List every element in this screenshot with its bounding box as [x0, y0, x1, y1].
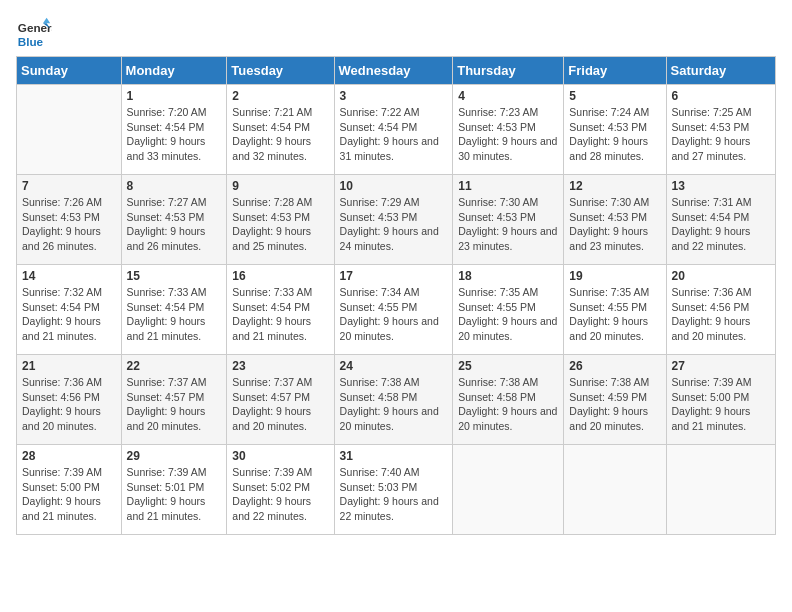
day-info: Sunrise: 7:34 AMSunset: 4:55 PMDaylight:… — [340, 285, 448, 344]
calendar-cell: 31 Sunrise: 7:40 AMSunset: 5:03 PMDaylig… — [334, 445, 453, 535]
day-number: 12 — [569, 179, 660, 193]
day-number: 15 — [127, 269, 222, 283]
header-tuesday: Tuesday — [227, 57, 334, 85]
day-number: 20 — [672, 269, 770, 283]
calendar-cell: 21 Sunrise: 7:36 AMSunset: 4:56 PMDaylig… — [17, 355, 122, 445]
calendar-cell: 18 Sunrise: 7:35 AMSunset: 4:55 PMDaylig… — [453, 265, 564, 355]
day-number: 14 — [22, 269, 116, 283]
day-info: Sunrise: 7:38 AMSunset: 4:58 PMDaylight:… — [458, 375, 558, 434]
calendar-body: 1 Sunrise: 7:20 AMSunset: 4:54 PMDayligh… — [17, 85, 776, 535]
calendar-cell: 16 Sunrise: 7:33 AMSunset: 4:54 PMDaylig… — [227, 265, 334, 355]
day-info: Sunrise: 7:33 AMSunset: 4:54 PMDaylight:… — [127, 285, 222, 344]
week-row-1: 1 Sunrise: 7:20 AMSunset: 4:54 PMDayligh… — [17, 85, 776, 175]
day-info: Sunrise: 7:22 AMSunset: 4:54 PMDaylight:… — [340, 105, 448, 164]
calendar-cell: 4 Sunrise: 7:23 AMSunset: 4:53 PMDayligh… — [453, 85, 564, 175]
calendar-cell — [453, 445, 564, 535]
calendar-cell — [17, 85, 122, 175]
calendar-table: SundayMondayTuesdayWednesdayThursdayFrid… — [16, 56, 776, 535]
calendar-cell: 20 Sunrise: 7:36 AMSunset: 4:56 PMDaylig… — [666, 265, 775, 355]
calendar-cell: 8 Sunrise: 7:27 AMSunset: 4:53 PMDayligh… — [121, 175, 227, 265]
week-row-2: 7 Sunrise: 7:26 AMSunset: 4:53 PMDayligh… — [17, 175, 776, 265]
day-number: 21 — [22, 359, 116, 373]
day-number: 30 — [232, 449, 328, 463]
calendar-cell: 15 Sunrise: 7:33 AMSunset: 4:54 PMDaylig… — [121, 265, 227, 355]
day-info: Sunrise: 7:39 AMSunset: 5:00 PMDaylight:… — [22, 465, 116, 524]
day-number: 23 — [232, 359, 328, 373]
calendar-cell: 12 Sunrise: 7:30 AMSunset: 4:53 PMDaylig… — [564, 175, 666, 265]
day-number: 29 — [127, 449, 222, 463]
day-number: 2 — [232, 89, 328, 103]
day-info: Sunrise: 7:31 AMSunset: 4:54 PMDaylight:… — [672, 195, 770, 254]
day-number: 4 — [458, 89, 558, 103]
day-info: Sunrise: 7:37 AMSunset: 4:57 PMDaylight:… — [127, 375, 222, 434]
day-number: 10 — [340, 179, 448, 193]
week-row-5: 28 Sunrise: 7:39 AMSunset: 5:00 PMDaylig… — [17, 445, 776, 535]
calendar-cell: 10 Sunrise: 7:29 AMSunset: 4:53 PMDaylig… — [334, 175, 453, 265]
day-info: Sunrise: 7:30 AMSunset: 4:53 PMDaylight:… — [569, 195, 660, 254]
day-info: Sunrise: 7:33 AMSunset: 4:54 PMDaylight:… — [232, 285, 328, 344]
week-row-3: 14 Sunrise: 7:32 AMSunset: 4:54 PMDaylig… — [17, 265, 776, 355]
calendar-cell: 17 Sunrise: 7:34 AMSunset: 4:55 PMDaylig… — [334, 265, 453, 355]
day-number: 18 — [458, 269, 558, 283]
day-info: Sunrise: 7:40 AMSunset: 5:03 PMDaylight:… — [340, 465, 448, 524]
page-header: General Blue — [16, 16, 776, 52]
day-info: Sunrise: 7:32 AMSunset: 4:54 PMDaylight:… — [22, 285, 116, 344]
day-info: Sunrise: 7:20 AMSunset: 4:54 PMDaylight:… — [127, 105, 222, 164]
day-number: 3 — [340, 89, 448, 103]
svg-text:Blue: Blue — [18, 35, 44, 48]
day-info: Sunrise: 7:35 AMSunset: 4:55 PMDaylight:… — [569, 285, 660, 344]
day-number: 9 — [232, 179, 328, 193]
calendar-cell: 3 Sunrise: 7:22 AMSunset: 4:54 PMDayligh… — [334, 85, 453, 175]
day-number: 26 — [569, 359, 660, 373]
header-wednesday: Wednesday — [334, 57, 453, 85]
calendar-cell: 23 Sunrise: 7:37 AMSunset: 4:57 PMDaylig… — [227, 355, 334, 445]
calendar-cell: 7 Sunrise: 7:26 AMSunset: 4:53 PMDayligh… — [17, 175, 122, 265]
header-monday: Monday — [121, 57, 227, 85]
day-number: 6 — [672, 89, 770, 103]
day-number: 1 — [127, 89, 222, 103]
day-number: 19 — [569, 269, 660, 283]
header-friday: Friday — [564, 57, 666, 85]
calendar-cell: 6 Sunrise: 7:25 AMSunset: 4:53 PMDayligh… — [666, 85, 775, 175]
calendar-cell: 29 Sunrise: 7:39 AMSunset: 5:01 PMDaylig… — [121, 445, 227, 535]
day-info: Sunrise: 7:30 AMSunset: 4:53 PMDaylight:… — [458, 195, 558, 254]
calendar-cell — [666, 445, 775, 535]
calendar-cell: 2 Sunrise: 7:21 AMSunset: 4:54 PMDayligh… — [227, 85, 334, 175]
day-info: Sunrise: 7:39 AMSunset: 5:01 PMDaylight:… — [127, 465, 222, 524]
day-number: 13 — [672, 179, 770, 193]
day-info: Sunrise: 7:37 AMSunset: 4:57 PMDaylight:… — [232, 375, 328, 434]
day-number: 28 — [22, 449, 116, 463]
day-info: Sunrise: 7:25 AMSunset: 4:53 PMDaylight:… — [672, 105, 770, 164]
day-number: 5 — [569, 89, 660, 103]
header-sunday: Sunday — [17, 57, 122, 85]
header-saturday: Saturday — [666, 57, 775, 85]
day-info: Sunrise: 7:36 AMSunset: 4:56 PMDaylight:… — [22, 375, 116, 434]
header-thursday: Thursday — [453, 57, 564, 85]
day-number: 17 — [340, 269, 448, 283]
day-info: Sunrise: 7:21 AMSunset: 4:54 PMDaylight:… — [232, 105, 328, 164]
day-number: 16 — [232, 269, 328, 283]
day-info: Sunrise: 7:23 AMSunset: 4:53 PMDaylight:… — [458, 105, 558, 164]
day-info: Sunrise: 7:38 AMSunset: 4:59 PMDaylight:… — [569, 375, 660, 434]
calendar-cell: 27 Sunrise: 7:39 AMSunset: 5:00 PMDaylig… — [666, 355, 775, 445]
day-number: 8 — [127, 179, 222, 193]
logo: General Blue — [16, 16, 52, 52]
calendar-cell: 19 Sunrise: 7:35 AMSunset: 4:55 PMDaylig… — [564, 265, 666, 355]
calendar-cell — [564, 445, 666, 535]
calendar-cell: 11 Sunrise: 7:30 AMSunset: 4:53 PMDaylig… — [453, 175, 564, 265]
day-number: 27 — [672, 359, 770, 373]
day-info: Sunrise: 7:29 AMSunset: 4:53 PMDaylight:… — [340, 195, 448, 254]
calendar-cell: 13 Sunrise: 7:31 AMSunset: 4:54 PMDaylig… — [666, 175, 775, 265]
calendar-cell: 24 Sunrise: 7:38 AMSunset: 4:58 PMDaylig… — [334, 355, 453, 445]
day-info: Sunrise: 7:39 AMSunset: 5:00 PMDaylight:… — [672, 375, 770, 434]
day-number: 22 — [127, 359, 222, 373]
day-number: 31 — [340, 449, 448, 463]
day-info: Sunrise: 7:28 AMSunset: 4:53 PMDaylight:… — [232, 195, 328, 254]
day-info: Sunrise: 7:24 AMSunset: 4:53 PMDaylight:… — [569, 105, 660, 164]
day-number: 25 — [458, 359, 558, 373]
week-row-4: 21 Sunrise: 7:36 AMSunset: 4:56 PMDaylig… — [17, 355, 776, 445]
calendar-cell: 28 Sunrise: 7:39 AMSunset: 5:00 PMDaylig… — [17, 445, 122, 535]
day-info: Sunrise: 7:38 AMSunset: 4:58 PMDaylight:… — [340, 375, 448, 434]
calendar-cell: 22 Sunrise: 7:37 AMSunset: 4:57 PMDaylig… — [121, 355, 227, 445]
calendar-cell: 5 Sunrise: 7:24 AMSunset: 4:53 PMDayligh… — [564, 85, 666, 175]
